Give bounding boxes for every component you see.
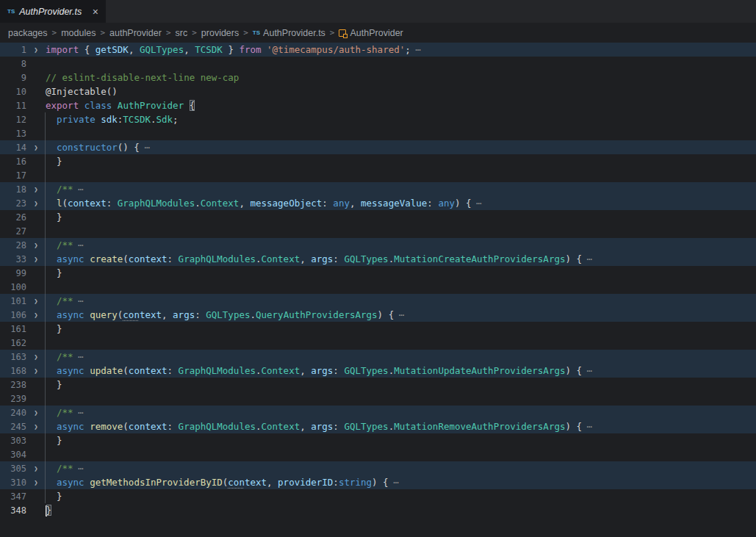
code-line[interactable]: 33❯async create(context: GraphQLModules.…: [0, 252, 756, 266]
code-line[interactable]: 303}: [0, 433, 756, 447]
code-line[interactable]: 23❯l(context: GraphQLModules.Context, me…: [0, 196, 756, 210]
fold-chevron-icon[interactable]: ❯: [26, 479, 46, 486]
code-token: ,: [267, 477, 278, 488]
code-line-content: /** ⋯: [46, 463, 756, 474]
code-line[interactable]: 14❯constructor() { ⋯: [0, 140, 756, 154]
code-line[interactable]: 106❯async query(context, args: GQLTypes.…: [0, 308, 756, 322]
fold-chevron-icon[interactable]: ❯: [26, 423, 46, 430]
code-line[interactable]: 99}: [0, 266, 756, 280]
code-line-content: }: [46, 323, 756, 334]
fold-chevron-icon[interactable]: ❯: [26, 46, 46, 54]
code-line[interactable]: 9// eslint-disable-next-line new-cap: [0, 71, 756, 84]
code-line[interactable]: 162: [0, 336, 756, 350]
code-token: GQLTypes: [140, 44, 184, 55]
fold-chevron-icon[interactable]: ❯: [26, 409, 46, 417]
tab-authprovider-ts[interactable]: TS AuthProvider.ts ×: [0, 0, 106, 23]
code-line[interactable]: 238}: [0, 378, 756, 392]
breadcrumb-item-modules[interactable]: modules: [61, 28, 96, 38]
code-line[interactable]: 310❯async getMethodsInProviderByID(conte…: [0, 475, 756, 489]
breadcrumb-item-providers[interactable]: providers: [201, 28, 239, 38]
code-token: any: [333, 198, 350, 209]
code-token: .: [195, 198, 201, 209]
fold-chevron-icon[interactable]: ❯: [26, 298, 46, 305]
code-token: getSDK: [96, 44, 129, 55]
code-line[interactable]: 17: [0, 168, 756, 182]
fold-chevron-icon[interactable]: ❯: [26, 353, 46, 361]
code-token: :: [427, 198, 438, 209]
code-line-content: async query(context, args: GQLTypes.Quer…: [46, 309, 756, 320]
code-line[interactable]: 13: [0, 126, 756, 140]
code-token: ,: [129, 44, 140, 55]
code-token: remove: [90, 421, 123, 432]
code-line[interactable]: 161}: [0, 322, 756, 336]
fold-chevron-icon[interactable]: ❯: [26, 200, 46, 207]
code-line[interactable]: 163❯/** ⋯: [0, 350, 756, 364]
code-line[interactable]: 1❯import { getSDK, GQLTypes, TCSDK } fro…: [0, 43, 756, 57]
code-token: ⋯: [73, 184, 83, 195]
breadcrumb-item-packages[interactable]: packages: [8, 28, 48, 38]
fold-chevron-icon[interactable]: ❯: [26, 242, 46, 249]
breadcrumb-item-src[interactable]: src: [176, 28, 188, 38]
code-line-content: private sdk:TCSDK.Sdk;: [46, 114, 756, 125]
code-token: :: [333, 421, 344, 432]
code-token: GQLTypes: [344, 365, 388, 376]
code-token: AuthProvider: [118, 100, 184, 111]
fold-chevron-icon[interactable]: ❯: [26, 144, 46, 151]
breadcrumb-label: modules: [61, 28, 96, 38]
close-icon[interactable]: ×: [91, 6, 100, 18]
line-number: 239: [0, 394, 26, 404]
code-token: ⋯: [472, 198, 481, 209]
fold-chevron-icon[interactable]: ❯: [26, 465, 46, 472]
code-line[interactable]: 348}: [0, 503, 756, 517]
code-line[interactable]: 245❯async remove(context: GraphQLModules…: [0, 419, 756, 433]
code-line[interactable]: 8: [0, 57, 756, 71]
code-line[interactable]: 347}: [0, 489, 756, 503]
code-token: Context: [262, 253, 300, 264]
code-line[interactable]: 168❯async update(context: GraphQLModules…: [0, 364, 756, 378]
code-token: GQLTypes: [344, 253, 388, 264]
fold-chevron-icon[interactable]: ❯: [26, 311, 46, 319]
code-token: :: [168, 253, 179, 264]
breadcrumb-item-authprovider-ts[interactable]: TSAuthProvider.ts: [253, 28, 325, 38]
code-line[interactable]: 101❯/** ⋯: [0, 294, 756, 308]
fold-chevron-icon[interactable]: ❯: [26, 256, 46, 263]
code-line[interactable]: 239: [0, 392, 756, 406]
code-token: [112, 100, 118, 111]
code-token: ) {: [455, 198, 472, 209]
code-line[interactable]: 18❯/** ⋯: [0, 182, 756, 196]
code-line[interactable]: 11export class AuthProvider {: [0, 98, 756, 112]
code-line[interactable]: 27: [0, 224, 756, 238]
code-line[interactable]: 304: [0, 447, 756, 461]
code-token: Context: [201, 198, 240, 209]
code-line[interactable]: 12private sdk:TCSDK.Sdk;: [0, 112, 756, 126]
code-line[interactable]: 305❯/** ⋯: [0, 461, 756, 475]
code-line-content: }: [46, 505, 756, 516]
tab-bar: TS AuthProvider.ts ×: [0, 0, 756, 23]
line-number: 8: [0, 59, 26, 69]
breadcrumb-item-authprovider[interactable]: authProvider: [109, 28, 162, 38]
code-editor[interactable]: 1❯import { getSDK, GQLTypes, TCSDK } fro…: [0, 43, 756, 537]
code-token: getMethodsInProviderByID: [90, 477, 223, 488]
code-line[interactable]: 16}: [0, 154, 756, 168]
code-line[interactable]: 100: [0, 280, 756, 294]
code-token: ) {: [565, 365, 582, 376]
code-line[interactable]: 28❯/** ⋯: [0, 238, 756, 252]
class-symbol-icon: [339, 29, 346, 37]
code-token: ⋯: [73, 351, 83, 362]
code-line-content: /** ⋯: [46, 295, 756, 306]
breadcrumb-label: providers: [201, 28, 239, 38]
code-line-content: }: [46, 491, 756, 502]
code-token: text: [245, 477, 267, 488]
line-number: 310: [0, 477, 26, 488]
code-token: ⋯: [582, 421, 591, 432]
fold-chevron-icon[interactable]: ❯: [26, 367, 46, 375]
breadcrumb-label: packages: [8, 28, 48, 38]
fold-chevron-icon[interactable]: ❯: [26, 186, 46, 193]
breadcrumb-label: AuthProvider.ts: [263, 28, 325, 38]
breadcrumb-item-authprovider[interactable]: AuthProvider: [339, 28, 403, 38]
code-line[interactable]: 10@Injectable(): [0, 84, 756, 98]
code-line[interactable]: 26}: [0, 210, 756, 224]
code-token: private: [57, 114, 96, 125]
code-line[interactable]: 240❯/** ⋯: [0, 406, 756, 419]
code-token: ⋯: [411, 44, 420, 55]
